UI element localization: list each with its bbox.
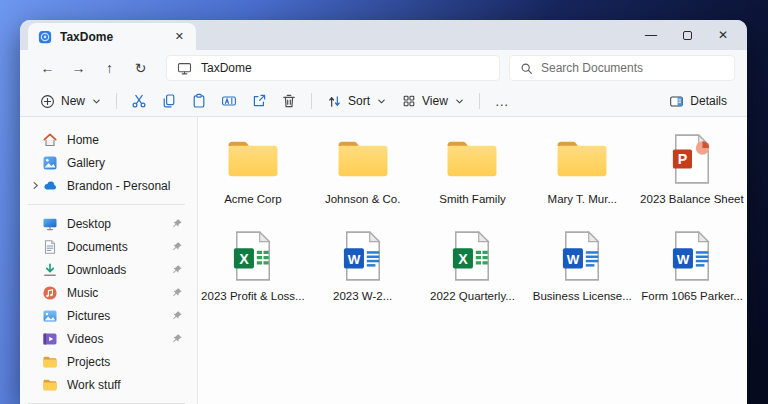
file-tile-mary-t-mur[interactable]: Mary T. Mur... <box>527 127 637 224</box>
sidebar-item-work-stuff[interactable]: Work stuff <box>20 373 197 396</box>
maximize-icon[interactable] <box>669 20 705 50</box>
sidebar-item-label: Videos <box>67 332 171 346</box>
sidebar-item-label: Work stuff <box>67 378 197 392</box>
cut-button[interactable] <box>124 88 154 114</box>
view-button[interactable]: View <box>394 88 472 114</box>
taxdome-app-icon <box>38 30 52 44</box>
toolbar-separator <box>479 93 480 109</box>
sidebar: HomeGalleryBrandon - PersonalDesktopDocu… <box>20 117 198 404</box>
sidebar-item-home[interactable]: Home <box>20 128 197 151</box>
file-name-label: Form 1065 Parker... <box>641 290 743 302</box>
sidebar-item-label: Gallery <box>67 156 197 170</box>
file-tile-form-1065-parker[interactable]: WForm 1065 Parker... <box>637 224 747 321</box>
command-toolbar: New Sort View … <box>20 86 747 117</box>
file-tile-smith-family[interactable]: Smith Family <box>418 127 528 224</box>
details-button[interactable]: Details <box>661 88 735 114</box>
sidebar-item-label: Home <box>67 133 197 147</box>
new-button-label: New <box>61 94 85 108</box>
file-name-label: 2022 Quarterly... <box>430 290 515 302</box>
downloads-icon <box>42 262 58 278</box>
forward-icon[interactable]: → <box>65 55 92 81</box>
svg-text:X: X <box>239 251 249 267</box>
paste-button[interactable] <box>184 88 214 114</box>
minimize-icon[interactable]: — <box>633 20 669 50</box>
music-icon <box>42 285 58 301</box>
file-tile-2023-balance-sheet[interactable]: P2023 Balance Sheet... <box>637 127 747 224</box>
svg-text:P: P <box>678 151 688 167</box>
sidebar-item-label: Desktop <box>67 217 171 231</box>
word-file-icon: W <box>671 228 713 284</box>
file-tile-business-license[interactable]: WBusiness License... <box>527 224 637 321</box>
delete-icon <box>281 93 297 109</box>
sidebar-item-brandon-personal[interactable]: Brandon - Personal <box>20 174 197 197</box>
pin-icon <box>171 241 183 253</box>
close-icon[interactable]: ✕ <box>705 20 741 50</box>
sidebar-item-documents[interactable]: Documents <box>20 235 197 258</box>
explorer-tab-taxdome[interactable]: TaxDome ✕ <box>28 23 196 50</box>
copy-button[interactable] <box>154 88 184 114</box>
paste-icon <box>191 93 207 109</box>
tab-title: TaxDome <box>60 30 164 44</box>
search-input[interactable] <box>541 61 724 75</box>
file-tile-2022-quarterly[interactable]: X2022 Quarterly... <box>418 224 528 321</box>
pictures-icon <box>42 308 58 324</box>
desktop-icon <box>42 216 58 232</box>
sort-button[interactable]: Sort <box>319 88 394 114</box>
pin-icon <box>171 333 183 345</box>
delete-button[interactable] <box>274 88 304 114</box>
file-name-label: Mary T. Mur... <box>548 193 617 205</box>
folder-icon <box>42 354 58 370</box>
sidebar-item-pictures[interactable]: Pictures <box>20 304 197 327</box>
svg-text:W: W <box>567 252 580 267</box>
rename-button[interactable] <box>214 88 244 114</box>
sidebar-item-label: Downloads <box>67 263 171 277</box>
share-button[interactable] <box>244 88 274 114</box>
sort-button-label: Sort <box>348 94 370 108</box>
sidebar-divider <box>28 204 185 205</box>
sidebar-item-label: Documents <box>67 240 171 254</box>
navigation-bar: ← → ↑ ↻ TaxDome <box>20 50 747 86</box>
view-button-label: View <box>422 94 448 108</box>
new-plus-icon <box>40 94 55 109</box>
word-file-icon: W <box>561 228 603 284</box>
file-name-label: Acme Corp <box>224 193 282 205</box>
file-tile-2023-w-2[interactable]: W2023 W-2... <box>308 224 418 321</box>
sidebar-item-desktop[interactable]: Desktop <box>20 212 197 235</box>
excel-file-icon: X <box>451 228 493 284</box>
file-tile-johnson-co[interactable]: Johnson & Co. <box>308 127 418 224</box>
new-button[interactable]: New <box>32 88 109 114</box>
file-name-label: 2023 Balance Sheet... <box>640 193 744 205</box>
sidebar-item-label: Pictures <box>67 309 171 323</box>
file-tile-acme-corp[interactable]: Acme Corp <box>198 127 308 224</box>
address-bar[interactable]: TaxDome <box>166 55 500 81</box>
more-options-button[interactable]: … <box>487 88 517 114</box>
svg-text:W: W <box>347 252 360 267</box>
toolbar-separator <box>116 93 117 109</box>
back-icon[interactable]: ← <box>34 55 61 81</box>
tab-close-icon[interactable]: ✕ <box>172 29 187 44</box>
sidebar-item-label: Music <box>67 286 171 300</box>
chevron-down-icon <box>92 97 101 106</box>
toolbar-separator <box>311 93 312 109</box>
cut-icon <box>131 93 147 109</box>
details-pane-icon <box>669 94 684 109</box>
up-icon[interactable]: ↑ <box>96 55 123 81</box>
chevron-right-icon[interactable] <box>28 181 42 190</box>
file-tile-2023-profit-loss[interactable]: X2023 Profit & Loss... <box>198 224 308 321</box>
onedrive-icon <box>42 178 58 194</box>
rename-icon <box>221 93 237 109</box>
folder-icon <box>42 377 58 393</box>
sidebar-item-downloads[interactable]: Downloads <box>20 258 197 281</box>
sidebar-item-music[interactable]: Music <box>20 281 197 304</box>
pin-icon <box>171 264 183 276</box>
window-controls: — ✕ <box>633 20 741 50</box>
ellipsis-icon: … <box>495 93 509 109</box>
file-name-label: 2023 W-2... <box>333 290 392 302</box>
sidebar-item-videos[interactable]: Videos <box>20 327 197 350</box>
refresh-icon[interactable]: ↻ <box>127 55 154 81</box>
search-box[interactable] <box>509 55 735 81</box>
sidebar-item-gallery[interactable]: Gallery <box>20 151 197 174</box>
address-location: TaxDome <box>201 61 252 75</box>
sidebar-item-projects[interactable]: Projects <box>20 350 197 373</box>
sidebar-item-label: Projects <box>67 355 197 369</box>
